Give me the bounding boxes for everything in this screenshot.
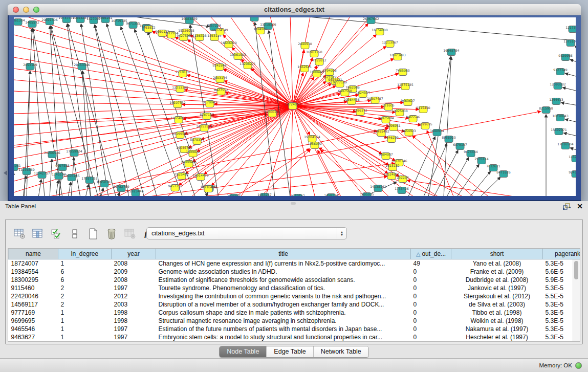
table-cell-in_degree[interactable]: 2 — [58, 292, 112, 300]
scrollbar-thumb[interactable] — [574, 261, 578, 279]
table-cell-title[interactable]: Disruption of a novel member of a sodium… — [156, 300, 411, 309]
table-cell-title[interactable]: Estimation of the future numbers of pati… — [156, 325, 411, 333]
table-cell-year[interactable]: 1998 — [112, 317, 156, 325]
float-window-icon[interactable] — [563, 203, 571, 210]
table-cell-in_degree[interactable]: 1 — [58, 325, 112, 333]
table-cell-in_degree[interactable]: 1 — [58, 317, 112, 325]
table-cell-title[interactable]: Changes of HCN gene expression and I(f) … — [156, 259, 411, 268]
edge[interactable] — [565, 73, 576, 77]
row-height-icon[interactable] — [67, 226, 82, 242]
delete-attribute-icon[interactable] — [104, 226, 119, 242]
edge[interactable] — [121, 27, 183, 196]
table-selector-dropdown[interactable]: citations_edges.txt ▲▼ — [146, 227, 347, 239]
zoom-traffic-light-icon[interactable] — [33, 7, 39, 13]
column-header-year[interactable]: year — [112, 249, 156, 259]
table-cell-in_degree[interactable]: 2 — [58, 284, 112, 292]
create-table-icon[interactable] — [85, 226, 101, 242]
table-cell-in_degree[interactable]: 6 — [58, 276, 112, 284]
edge[interactable] — [480, 177, 500, 196]
table-row[interactable]: 946554611997Estimation of the future num… — [9, 325, 581, 333]
window-titlebar[interactable]: citations_edges.txt — [8, 4, 581, 15]
table-cell-title[interactable]: Estimation of significance thresholds fo… — [156, 276, 411, 284]
tab-node-table[interactable]: Node Table — [220, 346, 267, 357]
table-cell-short[interactable]: Tibbo et al. (1998) — [451, 309, 543, 317]
select-attributes-icon[interactable] — [49, 226, 64, 242]
hide-panel-arrow-icon[interactable] — [1, 170, 7, 176]
tab-edge-table[interactable]: Edge Table — [267, 346, 313, 357]
table-row[interactable]: 977716911998Corpus callosum shape and si… — [9, 309, 581, 317]
edge[interactable] — [293, 106, 316, 196]
edge[interactable] — [190, 25, 219, 196]
table-cell-title[interactable]: Tourette syndrome. Phenomenology and cla… — [156, 284, 411, 292]
table-row[interactable]: 1456911722003Disruption of a novel membe… — [9, 300, 581, 309]
table-cell-out_degree[interactable]: 0 — [411, 268, 451, 276]
column-header-title[interactable]: title — [156, 249, 411, 259]
edge[interactable] — [408, 137, 435, 196]
memory-ok-icon[interactable] — [575, 362, 582, 369]
table-cell-out_degree[interactable]: 0 — [411, 292, 451, 300]
graph-node[interactable] — [250, 17, 258, 21]
edge[interactable] — [85, 185, 89, 196]
table-cell-name[interactable]: 9115460 — [9, 284, 58, 292]
table-cell-year[interactable]: 1997 — [112, 284, 156, 292]
edge[interactable] — [68, 182, 71, 196]
table-row[interactable]: 1938455462009Genome-wide association stu… — [9, 268, 581, 276]
table-cell-short[interactable]: Franke et al. (2009) — [451, 268, 543, 276]
table-cell-out_degree[interactable]: 0 — [411, 284, 451, 292]
edge[interactable] — [68, 24, 116, 196]
table-cell-in_degree[interactable]: 1 — [58, 333, 112, 341]
close-traffic-light-icon[interactable] — [13, 7, 19, 13]
edge[interactable] — [564, 133, 576, 136]
table-cell-year[interactable]: 1998 — [112, 309, 156, 317]
column-header-name[interactable]: name — [9, 249, 58, 259]
edge[interactable] — [575, 46, 576, 48]
table-cell-title[interactable]: Embryonic stem cells: a model to study s… — [156, 333, 411, 341]
edge[interactable] — [561, 103, 576, 105]
table-cell-short[interactable]: Wolkin et al. (1998) — [451, 317, 543, 325]
table-cell-short[interactable]: de Silva et al. (2003) — [451, 300, 543, 309]
table-cell-out_degree[interactable]: 0 — [411, 317, 451, 325]
table-cell-year[interactable]: 1997 — [112, 333, 156, 341]
column-header-in_degree[interactable]: in_degree — [58, 249, 112, 259]
edge[interactable] — [565, 119, 576, 122]
table-row[interactable]: 969969511998Structural magnetic resonanc… — [9, 317, 581, 325]
show-column-icon[interactable] — [30, 226, 46, 242]
edge[interactable] — [50, 159, 52, 196]
table-cell-name[interactable]: 19384554 — [9, 268, 58, 276]
table-cell-short[interactable]: Nakamura et al. (1997) — [451, 325, 543, 333]
edge[interactable] — [14, 35, 293, 106]
table-cell-title[interactable]: Corpus callosum shape and size in male p… — [156, 309, 411, 317]
table-cell-year[interactable]: 2003 — [112, 300, 156, 309]
table-cell-name[interactable]: 9465546 — [9, 325, 58, 333]
table-cell-name[interactable]: 18724007 — [9, 259, 58, 268]
vertical-scrollbar[interactable] — [573, 259, 580, 341]
table-cell-short[interactable]: Jankovic et al. (1997) — [451, 284, 543, 292]
table-cell-name[interactable]: 18300295 — [9, 276, 58, 284]
table-cell-name[interactable]: 9777169 — [9, 309, 58, 317]
tab-network-table[interactable]: Network Table — [314, 346, 368, 357]
table-cell-year[interactable]: 2008 — [112, 276, 156, 284]
table-cell-in_degree[interactable]: 1 — [58, 259, 112, 268]
table-cell-in_degree[interactable]: 6 — [58, 268, 112, 276]
table-cell-name[interactable]: 14569117 — [9, 300, 58, 309]
table-row[interactable]: 946362711997Embryonic stem cells: a mode… — [9, 333, 581, 341]
table-cell-short[interactable]: Yano et al. (2008) — [451, 259, 543, 268]
table-options-icon[interactable] — [12, 226, 27, 242]
column-header-short[interactable]: short — [451, 249, 543, 259]
table-row[interactable]: 1872400712008Changes of HCN gene express… — [9, 259, 581, 268]
table-row[interactable]: 1830029562008Estimation of significance … — [9, 276, 581, 284]
minimize-traffic-light-icon[interactable] — [23, 7, 29, 13]
network-canvas[interactable]: 1861304140557220891406197374711065328715… — [14, 17, 576, 196]
table-cell-out_degree[interactable]: 0 — [411, 300, 451, 309]
edge[interactable] — [67, 24, 91, 196]
edge[interactable] — [135, 29, 195, 196]
table-cell-name[interactable]: 9699695 — [9, 317, 58, 325]
edge[interactable] — [14, 106, 293, 114]
table-cell-year[interactable]: 2012 — [112, 292, 156, 300]
table-cell-name[interactable]: 9463627 — [9, 333, 58, 341]
edge[interactable] — [563, 87, 576, 91]
edge[interactable] — [223, 35, 293, 106]
table-cell-title[interactable]: Investigating the contribution of common… — [156, 292, 411, 300]
edge[interactable] — [193, 177, 387, 196]
edge[interactable] — [293, 77, 314, 106]
